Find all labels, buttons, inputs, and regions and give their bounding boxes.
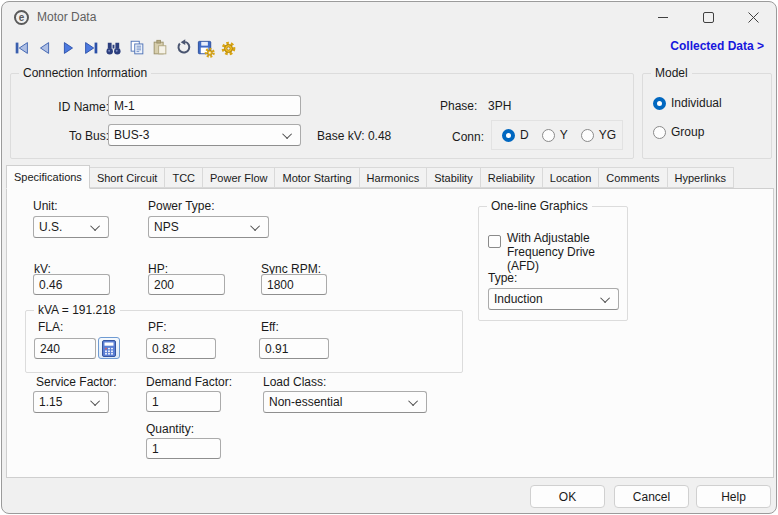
sync-rpm-input[interactable] xyxy=(261,274,327,295)
service-factor-combobox[interactable]: 1.15 xyxy=(33,391,109,413)
power-type-value: NPS xyxy=(154,220,253,234)
tab-specifications[interactable]: Specifications xyxy=(6,165,90,189)
type-combobox[interactable]: Induction xyxy=(488,288,619,310)
conn-option-y[interactable]: Y xyxy=(542,128,568,142)
maximize-icon xyxy=(703,12,714,23)
type-label: Type: xyxy=(488,271,517,285)
previous-record-button[interactable] xyxy=(34,37,55,59)
load-class-combobox[interactable]: Non-essential xyxy=(263,391,427,413)
find-button[interactable] xyxy=(103,37,124,59)
fla-input[interactable] xyxy=(34,338,96,359)
conn-option-d-label: D xyxy=(520,128,529,142)
tab-harmonics[interactable]: Harmonics xyxy=(359,167,428,188)
to-bus-combobox[interactable]: BUS-3 xyxy=(108,124,301,146)
conn-option-y-label: Y xyxy=(560,128,568,142)
copy-button[interactable] xyxy=(126,37,147,59)
radio-selected-icon xyxy=(502,129,515,142)
tab-strip: Specifications Short Circuit TCC Power F… xyxy=(6,164,733,188)
paste-button[interactable] xyxy=(149,37,170,59)
conn-option-d[interactable]: D xyxy=(502,128,529,142)
tab-power-flow[interactable]: Power Flow xyxy=(202,167,275,188)
conn-label: Conn: xyxy=(440,130,484,144)
tab-short-circuit[interactable]: Short Circuit xyxy=(89,167,166,188)
settings-button[interactable] xyxy=(218,37,239,59)
close-icon xyxy=(748,12,759,23)
tab-motor-starting[interactable]: Motor Starting xyxy=(274,167,359,188)
save-gear-icon xyxy=(196,39,215,58)
quantity-label: Quantity: xyxy=(146,422,194,436)
copy-icon xyxy=(128,39,146,57)
tab-tcc[interactable]: TCC xyxy=(164,167,203,188)
phase-label: Phase: xyxy=(440,99,477,113)
radio-icon xyxy=(542,129,555,142)
load-class-label: Load Class: xyxy=(263,375,326,389)
unit-label: Unit: xyxy=(33,199,58,213)
toolbar: Collected Data > xyxy=(2,33,776,63)
eff-label: Eff: xyxy=(261,320,279,334)
quantity-input[interactable] xyxy=(146,438,221,459)
help-button[interactable]: Help xyxy=(696,485,771,508)
next-record-button[interactable] xyxy=(57,37,78,59)
base-kv-text: Base kV: 0.48 xyxy=(317,129,391,143)
paste-icon xyxy=(151,39,169,57)
type-value: Induction xyxy=(494,292,603,306)
tab-hyperlinks[interactable]: Hyperlinks xyxy=(667,167,734,188)
calculator-icon xyxy=(102,340,116,357)
first-record-icon xyxy=(13,39,31,57)
model-option-individual[interactable]: Individual xyxy=(653,96,722,110)
model-group-label: Model xyxy=(651,66,692,80)
id-name-input[interactable] xyxy=(108,95,301,116)
pf-input[interactable] xyxy=(146,338,216,359)
specifications-panel: Unit: U.S. Power Type: NPS kV: HP: Sync … xyxy=(6,188,774,478)
close-button[interactable] xyxy=(731,2,776,32)
ok-button[interactable]: OK xyxy=(530,485,605,508)
collected-data-link[interactable]: Collected Data > xyxy=(670,39,764,53)
afd-checkbox[interactable] xyxy=(488,235,501,248)
pf-label: PF: xyxy=(148,320,167,334)
unit-combobox[interactable]: U.S. xyxy=(33,216,109,238)
save-options-button[interactable] xyxy=(195,37,216,59)
demand-factor-input[interactable] xyxy=(146,391,221,412)
model-individual-label: Individual xyxy=(671,96,722,110)
eff-input[interactable] xyxy=(259,338,329,359)
tab-comments[interactable]: Comments xyxy=(598,167,667,188)
minimize-button[interactable] xyxy=(641,2,686,32)
find-binoculars-icon xyxy=(104,39,123,58)
tab-reliability[interactable]: Reliability xyxy=(480,167,543,188)
to-bus-value: BUS-3 xyxy=(114,128,285,142)
undo-icon xyxy=(174,39,192,57)
one-line-graphics-group: One-line Graphics With Adjustable Freque… xyxy=(478,206,628,321)
model-option-group[interactable]: Group xyxy=(653,125,704,139)
motor-data-dialog: e Motor Data xyxy=(1,1,777,514)
hp-input[interactable] xyxy=(148,274,225,295)
service-factor-value: 1.15 xyxy=(39,395,93,409)
tab-stability[interactable]: Stability xyxy=(426,167,481,188)
conn-option-yg[interactable]: YG xyxy=(581,128,616,142)
radio-icon xyxy=(653,126,666,139)
undo-button[interactable] xyxy=(172,37,193,59)
maximize-button[interactable] xyxy=(686,2,731,32)
service-factor-label: Service Factor: xyxy=(36,375,117,389)
tab-location[interactable]: Location xyxy=(542,167,600,188)
phase-value: 3PH xyxy=(488,99,511,113)
next-record-icon xyxy=(59,39,77,57)
load-class-value: Non-essential xyxy=(269,395,411,409)
title-bar: e Motor Data xyxy=(2,2,776,32)
conn-radio-group: D Y YG xyxy=(491,120,623,150)
conn-option-yg-label: YG xyxy=(599,128,616,142)
fla-calculator-button[interactable] xyxy=(98,337,120,359)
cancel-button[interactable]: Cancel xyxy=(614,485,689,508)
connection-group-label: Connection Information xyxy=(19,66,151,80)
kv-input[interactable] xyxy=(33,274,110,295)
kva-group-label: kVA = 191.218 xyxy=(34,303,120,317)
power-type-combobox[interactable]: NPS xyxy=(148,216,269,238)
first-record-button[interactable] xyxy=(11,37,32,59)
unit-value: U.S. xyxy=(39,220,93,234)
radio-selected-icon xyxy=(653,97,666,110)
radio-icon xyxy=(581,129,594,142)
id-name-label: ID Name: xyxy=(23,100,109,114)
app-logo-icon: e xyxy=(14,10,29,25)
last-record-button[interactable] xyxy=(80,37,101,59)
to-bus-label: To Bus: xyxy=(23,129,109,143)
one-line-graphics-label: One-line Graphics xyxy=(487,199,592,213)
